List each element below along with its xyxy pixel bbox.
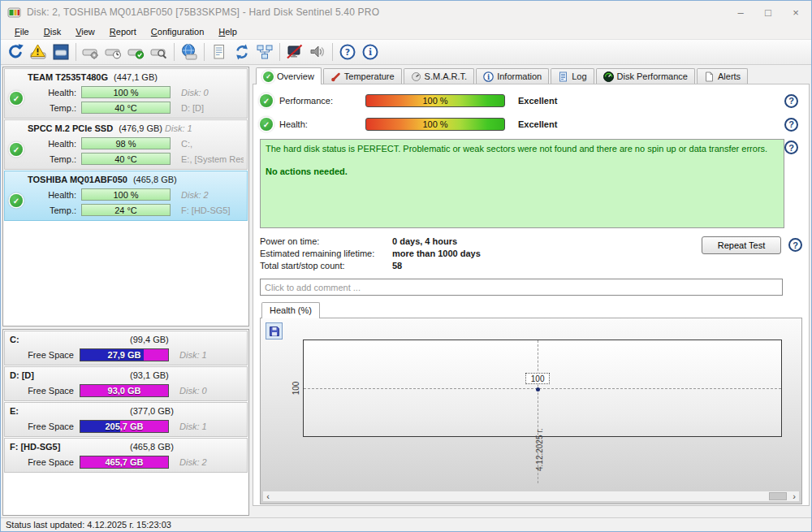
free-space-row: Free Space 93,0 GB Disk: 0 <box>10 383 244 398</box>
scroll-right-arrow[interactable]: › <box>789 491 799 501</box>
health-row: Health: 100 % Excellent <box>260 115 802 133</box>
tab-disk-performance[interactable]: Disk Performance <box>596 68 695 84</box>
tab-temperature[interactable]: Temperature <box>323 68 402 84</box>
menu-report[interactable]: Report <box>102 25 144 38</box>
save-chart-button[interactable] <box>266 322 283 340</box>
online-status-button[interactable] <box>178 41 201 63</box>
health-row: Health: 98 % C:, <box>10 136 244 151</box>
stats-section: Power on time: 0 days, 4 hours Estimated… <box>260 235 802 274</box>
sound-icon <box>309 43 326 61</box>
disk-detect-button[interactable] <box>50 41 72 63</box>
page-icon <box>704 71 715 82</box>
help-icon[interactable] <box>784 118 798 132</box>
disk-entry-toshiba-selected[interactable]: TOSHIBA MQ01ABF050 (465,8 GB) Health: 10… <box>4 171 248 221</box>
scroll-left-arrow[interactable]: ‹ <box>263 491 273 501</box>
partition-entry-d[interactable]: D: [D] (93,1 GB) Free Space 93,0 GB Disk… <box>4 366 248 401</box>
chart-plot-area: 100 100 <box>303 340 782 437</box>
app-logo-icon <box>7 6 21 19</box>
synchronize-icon <box>233 43 251 61</box>
help-icon: ? <box>339 43 356 61</box>
repeat-test-button[interactable]: Repeat Test <box>702 236 781 254</box>
temp-bar: 24 °C <box>81 204 171 216</box>
performance-bar: 100 % <box>365 94 505 107</box>
maximize-button[interactable]: □ <box>754 2 782 23</box>
shutdown-monitor-button[interactable] <box>283 41 306 63</box>
network-globe-icon <box>180 43 198 61</box>
partition-header: C: (99,4 GB) <box>8 332 244 347</box>
refresh-button[interactable] <box>4 41 27 63</box>
disk-search-button[interactable] <box>148 41 171 63</box>
chart-scrollbar[interactable]: ‹ › <box>262 491 800 502</box>
partition-header: E: (377,0 GB) <box>8 404 244 418</box>
menu-view[interactable]: View <box>68 25 102 38</box>
sound-button[interactable] <box>306 41 329 63</box>
comment-input[interactable] <box>260 279 783 296</box>
network-button[interactable] <box>253 41 276 63</box>
info-icon: i <box>483 71 494 82</box>
check-icon <box>10 194 23 207</box>
disk-accept-button[interactable] <box>125 41 148 63</box>
tab-smart[interactable]: S.M.A.R.T. <box>404 68 475 84</box>
partition-header: D: [D] (93,1 GB) <box>8 368 244 383</box>
disk-clock-icon <box>105 43 123 61</box>
report-button[interactable] <box>208 41 231 63</box>
toolbar-separator <box>332 43 333 61</box>
close-button[interactable]: × <box>782 2 810 23</box>
toolbar-separator <box>204 43 205 61</box>
disk-accept-icon <box>127 43 145 61</box>
gauge-icon <box>411 71 421 82</box>
information-button[interactable]: i <box>359 41 382 63</box>
disk-warning-button[interactable] <box>27 41 50 63</box>
health-chart-section: Health (%) 100 100 4.12.2025 г. <box>260 301 802 504</box>
help-icon[interactable] <box>784 141 798 154</box>
report-document-icon <box>210 43 228 61</box>
health-row: Health: 100 % Disk: 0 <box>10 84 244 100</box>
partition-entry-c[interactable]: C: (99,4 GB) Free Space 27,9 GB Disk: 1 <box>4 331 248 365</box>
menu-configuration[interactable]: Configuration <box>144 25 211 38</box>
tab-information[interactable]: i Information <box>476 68 549 84</box>
synchronize-button[interactable] <box>231 41 253 63</box>
horizontal-gridline <box>304 388 781 389</box>
disk-entry-spcc[interactable]: SPCC M.2 PCIe SSD (476,9 GB) Disk: 1 Hea… <box>4 119 248 170</box>
chart-tab-health[interactable]: Health (%) <box>261 302 320 318</box>
disk-warning-icon <box>29 43 47 61</box>
free-space-bar: 27,9 GB <box>80 348 169 361</box>
help-button[interactable]: ? <box>336 41 359 63</box>
save-floppy-icon <box>269 326 280 337</box>
check-icon <box>263 71 274 82</box>
tab-alerts[interactable]: Alerts <box>697 68 748 84</box>
partition-entry-f[interactable]: F: [HD-SG5] (465,8 GB) Free Space 465,7 … <box>4 438 248 473</box>
minimize-button[interactable]: – <box>727 2 754 23</box>
y-axis-tick: 100 <box>292 382 300 396</box>
help-icon[interactable] <box>788 238 802 252</box>
tab-bar: Overview Temperature S.M.A.R.T. i Inform… <box>253 67 810 84</box>
check-icon <box>260 118 273 131</box>
disk-entry-team[interactable]: TEAM T2535T480G (447,1 GB) Health: 100 %… <box>4 68 248 119</box>
disk-settings-button[interactable] <box>80 41 102 63</box>
check-icon <box>260 94 273 107</box>
menu-help[interactable]: Help <box>211 25 244 38</box>
tab-log[interactable]: Log <box>551 68 594 84</box>
tab-overview[interactable]: Overview <box>256 67 322 84</box>
information-icon: i <box>361 43 379 61</box>
health-rating: Excellent <box>508 119 784 129</box>
health-bar: 100 % <box>365 118 505 131</box>
disk-schedule-button[interactable] <box>102 41 125 63</box>
start-stop-count: Total start/stop count: 58 <box>260 259 802 271</box>
status-text-row: The hard disk status is PERFECT. Problem… <box>260 139 802 228</box>
scrollbar-thumb[interactable] <box>769 492 787 500</box>
x-axis-date-label: 4.12.2025 г. <box>535 429 544 471</box>
free-space-row: Free Space 465,7 GB Disk: 2 <box>10 454 244 469</box>
svg-text:?: ? <box>345 47 350 58</box>
data-point <box>536 387 540 391</box>
help-icon[interactable] <box>784 94 798 108</box>
toolbar-separator <box>279 43 280 61</box>
free-space-row: Free Space 205,7 GB Disk: 1 <box>10 418 244 434</box>
menu-disk[interactable]: Disk <box>37 25 68 38</box>
thermometer-icon <box>330 71 341 82</box>
status-text: Status last updated: 4.12.2025 г. 15:23:… <box>6 520 171 530</box>
partition-entry-e[interactable]: E: (377,0 GB) Free Space 205,7 GB Disk: … <box>4 402 248 437</box>
disk-list: TEAM T2535T480G (447,1 GB) Health: 100 %… <box>2 67 249 327</box>
disk-header: TEAM T2535T480G (447,1 GB) <box>8 71 244 84</box>
menu-file[interactable]: File <box>7 25 37 38</box>
